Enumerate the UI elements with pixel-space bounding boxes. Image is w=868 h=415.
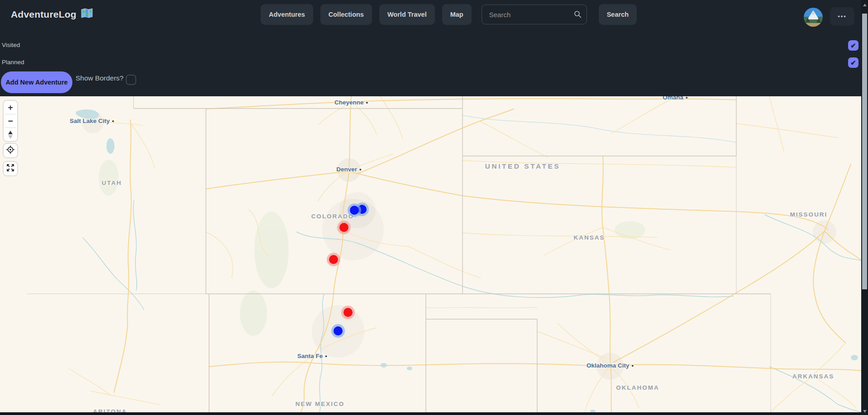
- city-dot-icon: •: [366, 99, 368, 106]
- city-label-santa-fe: Santa Fe•: [297, 353, 327, 359]
- more-menu-button[interactable]: •••: [830, 7, 854, 26]
- search-wrap: [482, 5, 587, 24]
- state-label-new-mexico: NEW MEXICO: [296, 401, 345, 407]
- state-label-utah: UTAH: [102, 179, 122, 186]
- city-dot-icon: •: [325, 353, 327, 359]
- ellipsis-icon: •••: [838, 13, 847, 20]
- state-label-kansas: KANSAS: [573, 234, 605, 241]
- nav-collections-button[interactable]: Collections: [320, 4, 372, 25]
- city-dot-icon: •: [359, 166, 362, 173]
- adventure-marker-blue[interactable]: [358, 205, 367, 214]
- filter-panel: Visited Planned Add New Adventure Show B…: [0, 29, 861, 96]
- geolocate-button[interactable]: [4, 144, 17, 157]
- map-terrain: [0, 96, 861, 412]
- planned-label: Planned: [2, 59, 24, 66]
- add-new-adventure-button[interactable]: Add New Adventure: [1, 71, 72, 93]
- visited-checkbox[interactable]: ✔: [848, 40, 858, 51]
- zoom-out-button[interactable]: −: [4, 114, 17, 127]
- fullscreen-button[interactable]: [4, 162, 17, 175]
- state-label-missouri: MISSOURI: [790, 211, 828, 218]
- crosshair-icon: [6, 145, 15, 156]
- city-dot-icon: •: [112, 118, 114, 124]
- minus-icon: −: [8, 116, 13, 126]
- city-label-denver: Denver•: [336, 166, 361, 173]
- check-icon: ✔: [850, 59, 856, 67]
- search-icon: [574, 10, 582, 20]
- adventure-marker-red[interactable]: [343, 308, 353, 317]
- show-borders-checkbox[interactable]: [126, 75, 136, 85]
- city-label-oklahoma-city: Oklahoma City•: [587, 362, 634, 369]
- world-map-icon: [81, 8, 93, 20]
- city-label-cheyenne: Cheyenne•: [334, 99, 368, 106]
- scroll-up-arrow-icon[interactable]: [863, 4, 867, 6]
- main-nav: Adventures Collections World Travel Map …: [261, 4, 637, 25]
- app-logo[interactable]: AdventureLog: [11, 8, 93, 20]
- search-button[interactable]: Search: [599, 4, 637, 25]
- city-dot-icon: •: [631, 362, 634, 369]
- state-label-oklahoma: OKLAHOMA: [616, 384, 659, 391]
- scroll-down-arrow-icon[interactable]: [863, 410, 867, 413]
- adventure-marker-red[interactable]: [339, 223, 348, 232]
- search-input[interactable]: [482, 5, 587, 24]
- plus-icon: +: [8, 103, 13, 113]
- city-dot-icon: •: [686, 96, 688, 101]
- nav-adventures-button[interactable]: Adventures: [261, 4, 313, 25]
- compass-needle-icon: [8, 131, 13, 139]
- city-label-omaha: Omaha•: [663, 96, 687, 101]
- adventure-marker-blue[interactable]: [350, 206, 359, 215]
- nav-map-button[interactable]: Map: [442, 4, 472, 25]
- page-scrollbar[interactable]: [861, 0, 868, 415]
- adventure-marker-blue[interactable]: [334, 326, 343, 335]
- visited-label: Visited: [2, 42, 20, 48]
- nav-world-travel-button[interactable]: World Travel: [379, 4, 435, 25]
- state-label-arkansas: ARKANSAS: [792, 373, 835, 380]
- compass-button[interactable]: [4, 128, 17, 141]
- map-zoom-controls: + −: [4, 101, 17, 141]
- map-canvas[interactable]: Cheyenne•Salt Lake City•Denver•Santa Fe•…: [0, 96, 861, 412]
- check-icon: ✔: [850, 42, 856, 50]
- adventure-marker-red[interactable]: [329, 255, 338, 264]
- zoom-in-button[interactable]: +: [4, 101, 17, 114]
- city-label-salt-lake-city: Salt Lake City•: [70, 118, 114, 124]
- planned-checkbox[interactable]: ✔: [848, 57, 858, 68]
- avatar[interactable]: [804, 8, 823, 27]
- state-label-colorado: COLORADO: [311, 213, 354, 220]
- navbar: AdventureLog Adventures Collections Worl…: [0, 0, 861, 29]
- bottom-edge: [0, 412, 861, 415]
- state-label-arizona: ARIZONA: [93, 408, 127, 413]
- app-title: AdventureLog: [11, 9, 76, 20]
- show-borders-label: Show Borders?: [76, 74, 124, 82]
- country-label: UNITED STATES: [485, 162, 560, 170]
- scrollbar-thumb[interactable]: [862, 14, 867, 289]
- fullscreen-expand-icon: [6, 163, 15, 174]
